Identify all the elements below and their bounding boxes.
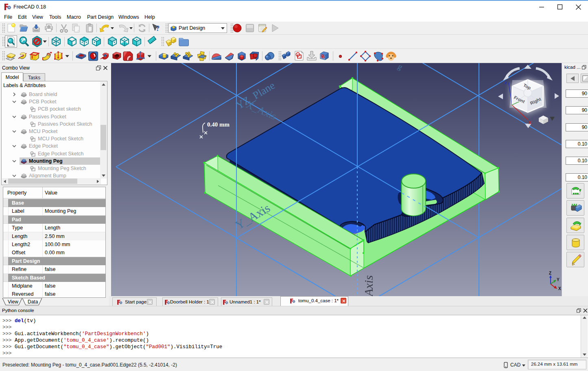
- svg-text:0.40 mm: 0.40 mm: [207, 121, 230, 128]
- svg-text:Z_Axis: Z_Axis: [362, 275, 375, 297]
- svg-text:View: View: [8, 299, 18, 305]
- svg-text:x: x: [529, 120, 531, 125]
- svg-text:?: ?: [156, 24, 160, 33]
- svg-text:X: X: [558, 286, 561, 291]
- svg-text:Z: Z: [549, 271, 551, 275]
- svg-text:Data: Data: [28, 299, 38, 305]
- svg-text:Y: Y: [557, 277, 560, 282]
- svg-text:z: z: [505, 80, 507, 85]
